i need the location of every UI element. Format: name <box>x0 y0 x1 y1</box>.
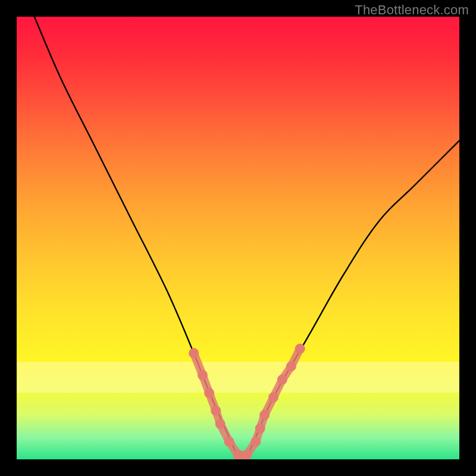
marker-underline <box>194 349 300 455</box>
bottleneck-curve <box>35 17 459 458</box>
marker-dot <box>268 392 278 402</box>
marker-dot <box>255 423 265 433</box>
marker-dot <box>204 388 214 398</box>
marker-dots <box>189 344 305 460</box>
marker-dot <box>259 410 270 420</box>
chart-frame: TheBottleneck.com <box>0 0 476 476</box>
marker-dot <box>250 437 261 447</box>
plot-area <box>17 17 459 459</box>
marker-dot <box>295 344 305 354</box>
curve-layer <box>17 17 459 459</box>
marker-dot <box>198 370 208 380</box>
marker-dot <box>224 437 234 447</box>
marker-dot <box>211 406 221 416</box>
watermark-text: TheBottleneck.com <box>355 2 469 18</box>
marker-dot <box>277 375 287 385</box>
marker-dot <box>286 361 296 371</box>
marker-dot <box>189 348 199 358</box>
marker-dot <box>215 419 226 429</box>
